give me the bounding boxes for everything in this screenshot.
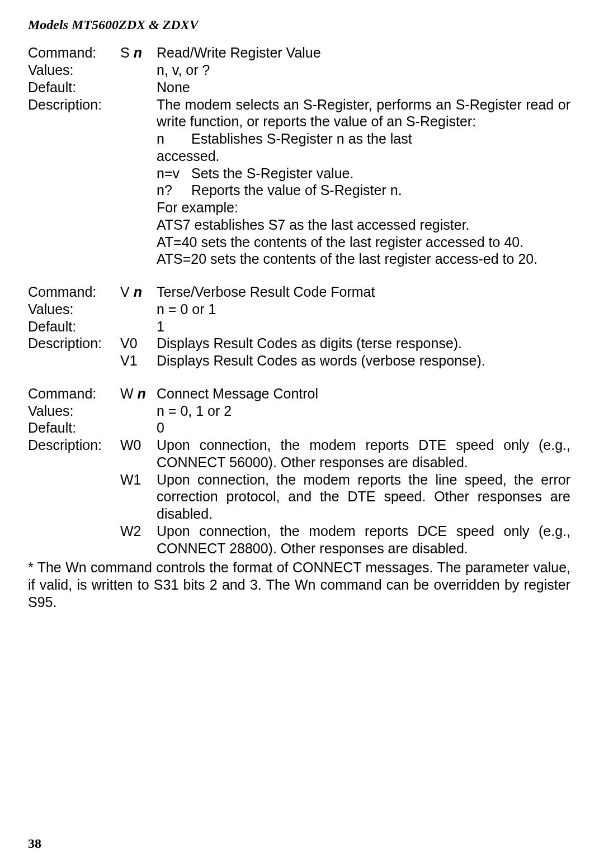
w0-key: W0 [120, 437, 157, 471]
w1-val: Upon connection, the modem reports the l… [157, 471, 570, 523]
cmd-w-values: n = 0, 1 or 2 [157, 402, 570, 420]
v0-val: Displays Result Codes as digits (terse r… [157, 335, 570, 352]
cmd-n-param: n [134, 284, 142, 300]
w0-val: Upon connection, the modem reports DTE s… [157, 437, 570, 471]
cmd-s-letter: S [120, 45, 134, 60]
example-2: AT=40 sets the contents of the last regi… [157, 234, 570, 251]
cmd-v-values: n = 0 or 1 [157, 301, 570, 318]
values-label: Values: [28, 301, 120, 318]
values-label: Values: [28, 61, 120, 79]
w2-val: Upon connection, the modem reports DCE s… [157, 523, 570, 557]
command-w-section: Command: W n Connect Message Control Val… [28, 385, 570, 557]
example-label: For example: [157, 199, 570, 216]
command-s-section: Command: S n Read/Write Register Value V… [28, 44, 570, 268]
default-label: Default: [28, 419, 120, 437]
example-1: ATS7 establishes S7 as the last accessed… [157, 216, 570, 234]
v1-val: Displays Result Codes as words (verbose … [157, 352, 570, 369]
cmd-w-letter: W [120, 386, 138, 401]
cmd-s-default: None [157, 79, 570, 96]
w1-key: W1 [120, 471, 157, 523]
default-label: Default: [28, 79, 120, 96]
cmd-n-param: n [134, 45, 142, 60]
w2-key: W2 [120, 523, 157, 557]
footnote-wn: * The Wn command controls the format of … [28, 559, 570, 610]
desc-label: Description: [28, 335, 120, 352]
cmd-label: Command: [28, 386, 96, 401]
cmd-n-param: n [138, 386, 146, 401]
cmd-s-values: n, v, or ? [157, 61, 570, 79]
cmd-v-default: 1 [157, 318, 570, 335]
cmd-w-title: Connect Message Control [157, 385, 570, 402]
opt-nq-key: n? [157, 182, 191, 199]
page-header: Models MT5600ZDX & ZDXV [28, 17, 570, 33]
v1-key: V1 [120, 352, 157, 369]
cmd-w-default: 0 [157, 419, 570, 437]
cmd-label: Command: [28, 45, 96, 60]
cmd-v-letter: V [120, 284, 134, 300]
opt-n-key: n [157, 130, 191, 148]
opt-nq-val: Reports the value of S-Register n. [191, 182, 402, 199]
default-label: Default: [28, 318, 120, 335]
opt-nv-key: n=v [157, 165, 191, 182]
command-v-section: Command: V n Terse/Verbose Result Code F… [28, 283, 570, 369]
desc-label: Description: [28, 96, 120, 268]
page-number: 38 [28, 836, 41, 851]
cmd-s-desc1: The modem selects an S-Register, perform… [157, 96, 570, 131]
opt-n-val: Establishes S-Register n as the last [191, 130, 412, 148]
cmd-v-title: Terse/Verbose Result Code Format [157, 283, 570, 301]
cmd-s-title: Read/Write Register Value [157, 44, 570, 61]
values-label: Values: [28, 402, 120, 420]
cmd-label: Command: [28, 284, 96, 300]
opt-n-cont: accessed. [157, 148, 570, 165]
desc-label: Description: [28, 437, 120, 471]
example-3: ATS=20 sets the contents of the last reg… [157, 250, 570, 268]
opt-nv-val: Sets the S-Register value. [191, 165, 353, 182]
v0-key: V0 [120, 335, 157, 352]
